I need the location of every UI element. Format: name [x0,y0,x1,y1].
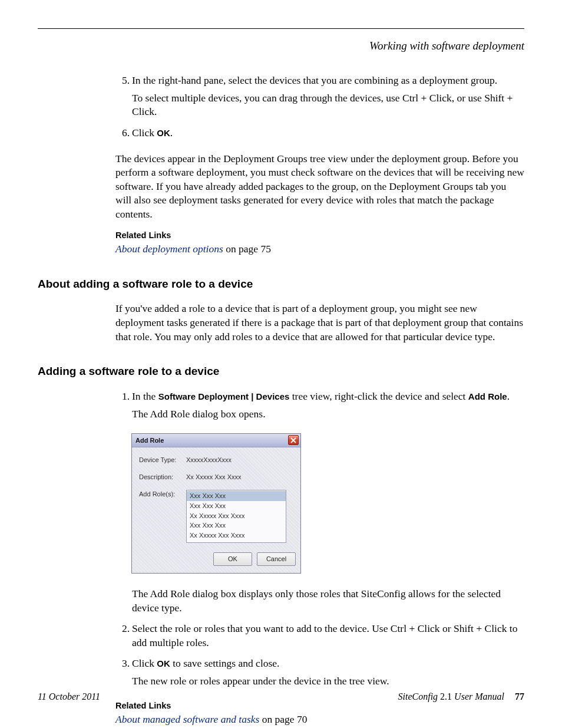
related-links-heading: Related Links [115,230,524,242]
related-link-suffix: on page 75 [223,243,271,255]
step-text: . [170,127,173,139]
device-type-label: Device Type: [139,456,186,465]
ok-label: OK [157,128,170,138]
step-text: The Add Role dialog box displays only th… [132,587,524,615]
step-number: 2. [115,622,130,653]
section3-steps: 1. In the Software Deployment | Devices … [115,390,524,692]
footer-version: 2.1 [438,691,454,701]
paragraph: If you've added a role to a device that … [115,302,524,344]
footer-page-number: 77 [515,691,524,701]
ui-path: Software Deployment | Devices [158,391,290,401]
running-head: Working with software deployment [38,39,524,52]
step-text: to save settings and close. [170,657,280,669]
step-text: Click [132,657,157,669]
step-number: 6. [115,126,130,144]
ok-button[interactable]: OK [213,552,252,566]
related-link[interactable]: About deployment options [115,243,223,255]
list-item[interactable]: Xxx Xxx Xxx [187,491,286,501]
list-item[interactable]: Xxx Xxx Xxx [187,501,286,511]
list-item[interactable]: Xx Xxxxx Xxx Xxxx [187,531,286,541]
step-text: Select the role or roles that you want t… [132,622,524,650]
roles-listbox[interactable]: Xxx Xxx Xxx Xxx Xxx Xxx Xx Xxxxx Xxx Xxx… [186,490,286,543]
description-label: Description: [139,473,186,482]
heading-adding: Adding a software role to a device [38,364,524,379]
description-value: Xx Xxxxx Xxx Xxxx [186,473,242,482]
step-text: tree view, right-click the device and se… [289,390,468,402]
top-rule [38,28,524,29]
footer-manual: User Manual [454,691,504,701]
section1-steps: 5. In the right-hand pane, select the de… [115,74,524,144]
close-icon [290,437,296,443]
step-text: In the [132,390,158,402]
related-link-line: About deployment options on page 75 [115,242,524,256]
related-link-suffix: on page 70 [259,713,307,725]
step-number: 5. [115,74,130,123]
step-text: In the right-hand pane, select the devic… [132,74,524,88]
dialog-title: Add Role [135,436,164,445]
step-text: To select multiple devices, you can drag… [132,91,524,119]
step-number: 3. [115,657,130,691]
footer-product: SiteConfig [398,691,438,701]
page-footer: 11 October 2011 SiteConfig 2.1 User Manu… [38,691,524,702]
menu-item: Add Role [468,391,507,401]
related-link-line: About managed software and tasks on page… [115,713,524,727]
heading-about-adding: About adding a software role to a device [38,276,524,292]
close-button[interactable] [288,435,299,445]
ok-label: OK [157,658,170,668]
add-roles-label: Add Role(s): [139,490,186,499]
list-item[interactable]: Xxx Xxx Xxx [187,521,286,531]
step-text: Click [132,127,157,139]
add-role-dialog: Add Role [132,434,300,573]
list-item[interactable]: Xx Xxxxx Xxx Xxxx [187,511,286,521]
footer-date: 11 October 2011 [38,691,100,702]
step-text: The Add Role dialog box opens. [132,407,524,421]
dialog-titlebar: Add Role [132,434,300,447]
step-number: 1. [115,390,130,618]
related-link[interactable]: About managed software and tasks [115,713,259,725]
paragraph: The devices appear in the Deployment Gro… [115,152,524,222]
cancel-button[interactable]: Cancel [257,552,296,566]
device-type-value: XxxxxXxxxXxxx [186,456,232,465]
step-text: . [507,390,510,402]
step-text: The new role or roles appear under the d… [132,674,524,689]
